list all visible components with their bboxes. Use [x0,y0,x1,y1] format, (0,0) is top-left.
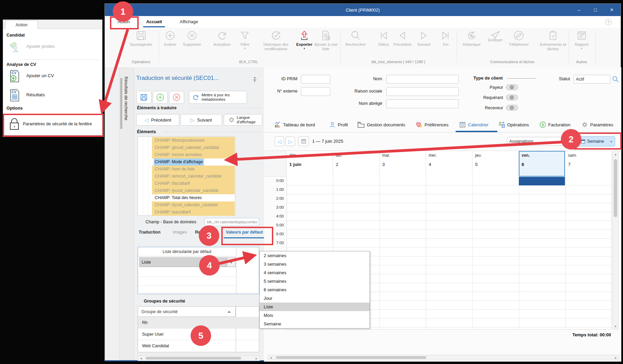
tree-item[interactable]: CHAMP: tsacodtarif [138,209,235,216]
tree-item-selected[interactable]: CHAMP: Mode d'affichage [138,158,235,166]
day-header[interactable]: sam.7 [565,151,612,177]
externe-input[interactable] [301,87,330,96]
tree-item[interactable]: CHAMP: remcod_calendar_candidat [138,173,235,180]
tab-accueil[interactable]: Accueil [142,16,166,27]
tree-item[interactable]: CHAMP: gtrcod_calendar_candidat [138,144,235,151]
calendar-vertical-scrollbar[interactable]: ▴ ▾ [612,151,619,330]
pane-precedent-button[interactable]: ◁ Précédent [136,114,179,126]
elements-tree[interactable]: CHAMP: filtrecipcodexclure CHAMP: gtrcod… [138,136,235,216]
pane-suivant-button[interactable]: ▷ Suivant [180,114,222,126]
scrollbar-thumb[interactable] [146,357,241,360]
dropdown-option[interactable]: 3 semaines [260,260,370,268]
scroll-left-icon[interactable]: ◂ [268,355,274,360]
tree-item[interactable]: CHAMP: trjcod_calendar_candidat [138,201,235,209]
scroll-down-icon[interactable]: ▾ [613,323,618,329]
tree-item[interactable]: CHAMP: filtrecipcodexclure [138,137,235,144]
day-header[interactable]: mar.3 [379,151,426,177]
tree-item[interactable]: CHAMP: tfacodtarif [138,180,235,187]
scroll-right-icon[interactable]: ▸ [253,356,260,361]
scroll-up-icon[interactable]: ▴ [613,151,618,157]
tree-item[interactable]: CHAMP: tjscod_calendar_candidat [138,187,235,194]
pin-icon[interactable] [252,77,258,83]
minimize-button[interactable]: – [571,4,586,16]
pane-delete-button[interactable] [169,91,184,104]
help-icon[interactable]: ? [605,19,612,25]
view-mode-dropdown[interactable]: Semaine ▾ [578,136,615,146]
ribbon-exporter-button[interactable]: Exporter ▾ [294,30,315,58]
default-list-combobox[interactable]: Liste ▾ [139,257,236,267]
menu-item-parametres-securite[interactable]: Paramètres de sécurité de la fenêtre [4,115,101,134]
tab-facturation[interactable]: $ Facturation [539,118,570,131]
ribbon-ajouter-liste-button[interactable]: Ajouter à une liste [314,30,338,58]
ribbon-suivant-button[interactable]: Suivant [414,30,434,58]
update-metadata-button[interactable]: Mettre à jour les métadonnées [189,91,247,104]
menu-item-resultats[interactable]: CV Résultats [7,88,99,102]
close-button[interactable]: × [604,4,619,16]
ribbon-rapport-button[interactable]: Rapport ▾ [571,30,592,58]
ribbon-actualiser-button[interactable]: Actualiser [210,30,234,58]
statut-search-icon[interactable] [612,75,619,83]
day-header[interactable]: jeu.5 [472,151,519,177]
abrege-input[interactable] [386,99,459,108]
dropdown-option[interactable]: 5 semaines [260,277,370,285]
calendar-next-button[interactable]: ▷ [286,137,295,146]
tab-traduction[interactable]: Traduction [139,230,161,235]
dropdown-option[interactable]: Semaine [260,320,370,328]
raison-input[interactable] [386,87,459,96]
scroll-left-icon[interactable]: ◂ [138,356,144,361]
titlebar[interactable]: Client (PRIM002) – □ × [105,4,621,16]
ribbon-rechercher-button[interactable]: Rechercher [342,30,369,58]
ribbon-historique-modifications-button[interactable]: Historique des modifications [259,30,293,58]
tree-item[interactable]: CHAMP: Inclure annulées [138,151,235,158]
ribbon-filtre-button[interactable]: Filtre ▾ [236,30,253,58]
menu-item-ajouter-cv[interactable]: CV Ajouter un CV [7,69,99,83]
tab-operations[interactable]: Opérations [498,118,529,131]
chevron-down-icon[interactable]: ▾ [227,258,235,267]
ribbon-envoyer-button[interactable]: Envoyer [485,30,506,58]
selected-time-slot[interactable] [519,177,565,185]
calendar-datepicker-button[interactable] [298,137,309,146]
day-header-today[interactable]: ven.6 [519,151,565,177]
statut-input[interactable]: Actif [573,75,610,84]
tab-parametres[interactable]: Paramètres [581,118,613,131]
ribbon-historique-button[interactable]: Historique [458,30,485,58]
dropdown-option[interactable]: Jour [260,294,370,303]
dropdown-option[interactable]: 2 semaines [260,251,370,260]
ribbon-inserer-button[interactable]: Insérer [160,30,180,58]
calendar-prev-button[interactable]: ◁ [275,137,284,146]
tab-images[interactable]: Images [173,230,187,235]
day-header[interactable]: lun.2 [333,151,379,177]
strip-handle[interactable] [120,78,122,129]
ribbon-supprimer-button[interactable]: Supprimer [180,30,204,58]
ribbon-precedent-button[interactable]: Précédent [390,30,414,58]
search-results-strip[interactable]: Résultats de recherche [119,68,134,360]
receveur-toggle[interactable] [506,105,518,111]
scrollbar-thumb[interactable] [614,159,617,217]
display-language-button[interactable]: Langue d'affichage [224,114,262,126]
groups-column-header[interactable]: Groupe de sécurité [138,307,236,317]
field-db-input[interactable]: blk_ctrl.calendardisplaycombo [205,218,259,226]
tree-item[interactable]: CHAMP: Nom de liste [138,166,235,173]
dropdown-option-selected[interactable]: Liste [260,303,370,311]
action-panel-tab[interactable]: Action [5,20,38,29]
tab-preferences[interactable]: Préférences [415,118,448,131]
ribbon-debut-button[interactable]: Début [375,30,392,58]
pane-add-button[interactable] [153,91,168,104]
ribbon-fin-button[interactable]: Fin [439,30,453,58]
tab-tableau-de-bord[interactable]: Tableau de bord [274,118,315,131]
ribbon-sauvegarder-button[interactable]: Sauvegarder [127,30,155,58]
nom-input[interactable] [386,75,459,84]
tab-profil[interactable]: Profil [329,118,348,131]
menu-item-ajouter-postes[interactable]: Ajouter postes [7,40,99,54]
tab-gestion-documents[interactable]: Gestion documents [357,118,405,131]
maximize-button[interactable]: □ [588,4,603,16]
tree-item[interactable]: CHAMP: Total des heures [138,194,235,201]
assignations-filter[interactable]: Assignations [507,137,564,146]
dropdown-option[interactable]: 6 semaines [260,285,370,294]
payeur-toggle[interactable] [506,84,518,90]
tab-affichage[interactable]: Affichage [175,16,203,27]
day-header[interactable]: dim.1 juin [287,151,333,177]
day-header[interactable]: mer.4 [426,151,472,177]
scrollbar-thumb[interactable] [276,356,426,359]
ribbon-evenements-button[interactable]: Événements et tâches [538,30,568,58]
